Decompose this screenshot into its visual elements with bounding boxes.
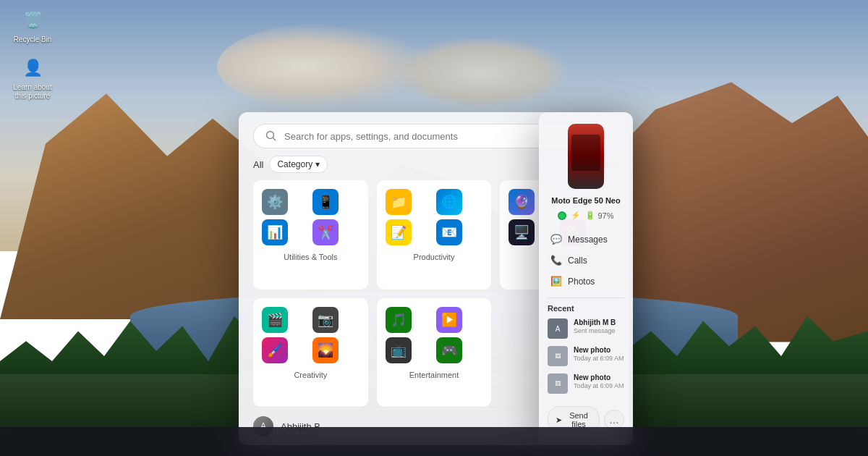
phone-menu-messages[interactable]: 💬 Messages [548, 229, 624, 250]
photos-label: Photos [568, 276, 595, 287]
filter-all-label: All [253, 159, 263, 170]
category-utilities-tools[interactable]: ⚙️ 📱 📊 ✂️ Utilities & Tools [253, 180, 368, 290]
recent-sub-1: Sent message [574, 327, 624, 336]
recent-sub-3: Today at 6:09 AM [574, 382, 624, 391]
recent-title-1: Abhijith M B [574, 318, 624, 327]
search-icon [265, 130, 277, 142]
movies-icon: ▶️ [436, 307, 462, 333]
phone-status-bar: ⚡ 🔋 97% [548, 211, 624, 220]
recent-title-3: New photo [574, 373, 624, 382]
svg-point-0 [267, 132, 274, 139]
recent-item-2[interactable]: 🖼 New photo Today at 6:09 AM [548, 346, 624, 366]
phone-name: Moto Edge 50 Neo [548, 196, 624, 205]
messages-icon: 💬 [550, 234, 562, 245]
groove-icon: 🎵 [386, 307, 412, 333]
filter-category-button[interactable]: Category ▾ [269, 156, 328, 173]
xbox-icon: 🎮 [436, 337, 462, 363]
task-manager-icon: 📊 [262, 219, 288, 245]
camera-icon: 📷 [312, 307, 339, 333]
category-creativity[interactable]: 🎬 📷 🖌️ 🌄 Creativity [253, 298, 368, 408]
phone-panel: Moto Edge 50 Neo ⚡ 🔋 97% 💬 Messages 📞 Ca… [539, 112, 633, 445]
sticky-notes-icon: 📝 [386, 219, 412, 245]
bluetooth-icon: ⚡ [571, 211, 581, 220]
creativity-label: Creativity [262, 371, 359, 379]
phone-menu-calls[interactable]: 📞 Calls [548, 250, 624, 271]
recent-item-3[interactable]: 🖼 New photo Today at 6:09 AM [548, 373, 624, 394]
recent-thumb-1: A [548, 318, 568, 339]
phone-image [568, 124, 604, 189]
recent-thumb-2: 🖼 [548, 346, 568, 366]
calls-icon: 📞 [550, 255, 562, 266]
recent-title-2: New photo [574, 346, 624, 355]
entertainment-label: Entertainment [386, 371, 483, 379]
recent-thumb-3: 🖼 [548, 373, 568, 394]
recent-section-label: Recent [548, 304, 624, 313]
photos-icon: 🖼️ [550, 276, 562, 287]
tv-icon: 🖥️ [509, 219, 535, 245]
send-icon: ➤ [556, 415, 562, 425]
phone-menu-photos[interactable]: 🖼️ Photos [548, 271, 624, 292]
connection-status-dot [558, 211, 566, 220]
utilities-tools-label: Utilities & Tools [262, 253, 359, 261]
desktop-icons-area: 🗑️ Recycle Bin 👤 Learn about this pictur… [7, 7, 58, 111]
battery-percentage: 97% [597, 211, 613, 220]
snipping-tool-icon: ✂️ [312, 219, 339, 245]
recent-item-1[interactable]: A Abhijith M B Sent message [548, 318, 624, 339]
media-player-icon: 📺 [386, 337, 412, 363]
photos-icon: 🌄 [312, 337, 339, 363]
paint3d-icon: 🖌️ [262, 337, 288, 363]
category-entertainment[interactable]: 🎵 ▶️ 📺 🎮 Entertainment [377, 298, 492, 408]
category-productivity[interactable]: 📁 🌐 📝 📧 Productivity [377, 180, 492, 290]
calls-label: Calls [568, 256, 587, 266]
file-explorer-icon: 📁 [386, 189, 412, 215]
cortana-icon: 🔮 [509, 189, 535, 215]
edge-icon: 🌐 [436, 189, 462, 215]
taskbar[interactable] [0, 427, 868, 456]
divider [548, 297, 624, 298]
productivity-label: Productivity [386, 253, 483, 261]
phone-link-icon: 📱 [312, 189, 339, 215]
more-icon: … [609, 414, 619, 426]
learn-about-icon[interactable]: 👤 Learn about this picture [7, 55, 58, 101]
clipchamp-icon: 🎬 [262, 307, 288, 333]
recent-sub-2: Today at 6:09 AM [574, 355, 624, 363]
outlook-icon: 📧 [436, 219, 462, 245]
recycle-bin-label: Recycle Bin [14, 35, 52, 44]
recycle-bin-icon[interactable]: 🗑️ Recycle Bin [7, 7, 58, 44]
learn-about-label: Learn about this picture [7, 83, 58, 101]
messages-label: Messages [568, 235, 608, 245]
settings-icon: ⚙️ [262, 189, 288, 215]
svg-line-1 [273, 138, 276, 141]
battery-status: 🔋 97% [585, 211, 613, 220]
